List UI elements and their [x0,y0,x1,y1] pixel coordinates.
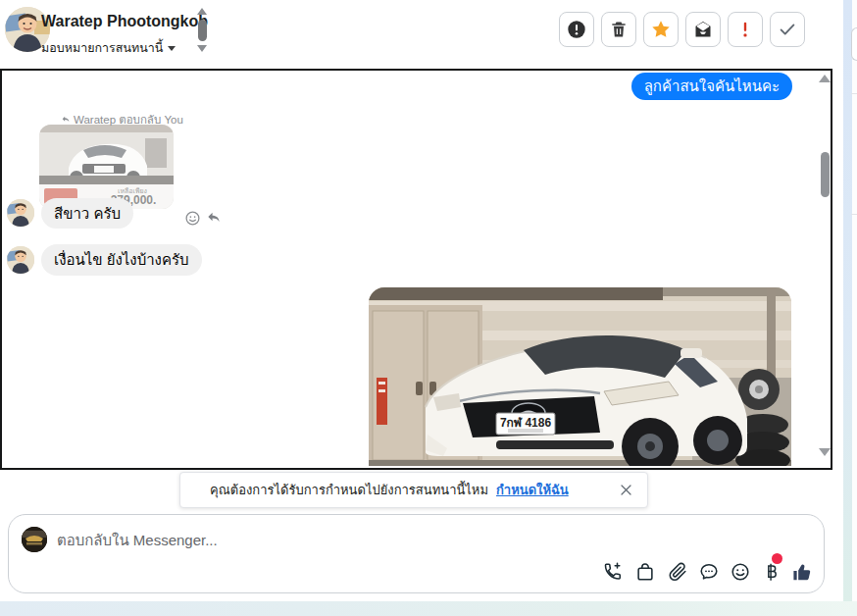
red-exclamation-icon [734,19,756,40]
commerce-button[interactable] [633,560,657,584]
reply-arrow-icon [61,115,71,125]
report-button[interactable] [559,12,594,47]
sender-avatar-image [7,199,34,227]
header-scrollbar-up-icon[interactable] [197,8,207,15]
incoming-message-bubble[interactable]: เงื่อนไข ยังไงบ้างครับ [41,244,202,276]
phone-plus-icon [601,561,623,583]
envelope-icon [693,20,713,39]
page-avatar [22,527,47,552]
circle-exclamation-icon [566,19,587,40]
thumbs-up-icon [791,561,814,584]
reply-arrow-icon [205,210,223,227]
right-panel-divider [851,214,857,215]
check-icon [777,19,798,40]
trash-icon [609,20,629,39]
favorite-button[interactable] [643,12,679,47]
assign-conversation-label: มอบหมายการสนทนานี้ [41,38,163,58]
payment-button[interactable] [760,560,783,584]
incoming-message-bubble[interactable]: สีขาว ครับ [41,198,133,229]
comment-dots-icon [698,561,720,583]
star-icon [650,19,672,40]
emoji-button[interactable] [729,560,752,584]
license-plate-text: 7กฬ 4186 [500,416,551,430]
mark-important-button[interactable] [728,12,763,47]
call-button[interactable] [600,560,624,584]
smiley-icon [730,561,751,583]
message-input[interactable] [55,527,565,552]
react-button[interactable] [184,210,201,231]
saved-replies-button[interactable] [697,560,721,584]
right-panel-button-fragment [851,27,857,61]
conversation-area: ลูกค้าสนใจคันไหนคะ Waratep ตอบกลับ You เ… [0,69,832,470]
smiley-icon [184,210,201,227]
move-to-inbox-button[interactable] [685,12,721,47]
reply-button[interactable] [205,210,223,231]
mark-done-button[interactable] [770,12,805,47]
chat-scrollbar-thumb[interactable] [821,152,830,197]
outgoing-message-bubble[interactable]: ลูกค้าสนใจคันไหนคะ [631,73,792,100]
assign-banner-text: คุณต้องการได้รับการกำหนดไปยังการสนทนานี้… [210,480,488,500]
close-icon [619,483,633,497]
like-button[interactable] [790,560,814,584]
chat-scrollbar-down-icon[interactable] [819,448,831,456]
photo-message[interactable]: 7กฬ 4186 [369,287,791,466]
sender-avatar[interactable] [7,199,34,227]
page-background-band [0,601,857,616]
page-avatar-image [22,527,47,552]
assign-to-me-link[interactable]: กำหนดให้ฉัน [496,480,569,500]
chevron-down-icon [168,46,176,51]
chat-scrollbar-up-icon[interactable] [819,75,831,82]
right-panel-divider [851,93,857,94]
assign-banner: คุณต้องการได้รับการกำหนดไปยังการสนทนานี้… [179,472,648,508]
quoted-photo-thumbnail[interactable]: เหลือเพียง 279,000. [39,125,174,209]
bag-icon [634,561,656,583]
contact-name[interactable]: Waratep Phootongkob [41,13,208,30]
assign-conversation-dropdown[interactable]: มอบหมายการสนทนานี้ [41,38,176,58]
payment-notification-badge [772,553,782,564]
attach-button[interactable] [666,560,689,584]
close-button[interactable] [619,483,633,497]
sender-avatar[interactable] [7,246,34,274]
header-scrollbar-thumb[interactable] [198,20,207,41]
baht-icon [761,561,782,583]
paperclip-icon [667,561,688,583]
car-photo: 7กฬ 4186 [369,287,791,466]
sender-avatar-image [7,246,34,274]
delete-button[interactable] [601,12,636,47]
thumbnail-car-image: เหลือเพียง 279,000. [39,125,174,209]
header-scrollbar-down-icon[interactable] [197,45,207,52]
